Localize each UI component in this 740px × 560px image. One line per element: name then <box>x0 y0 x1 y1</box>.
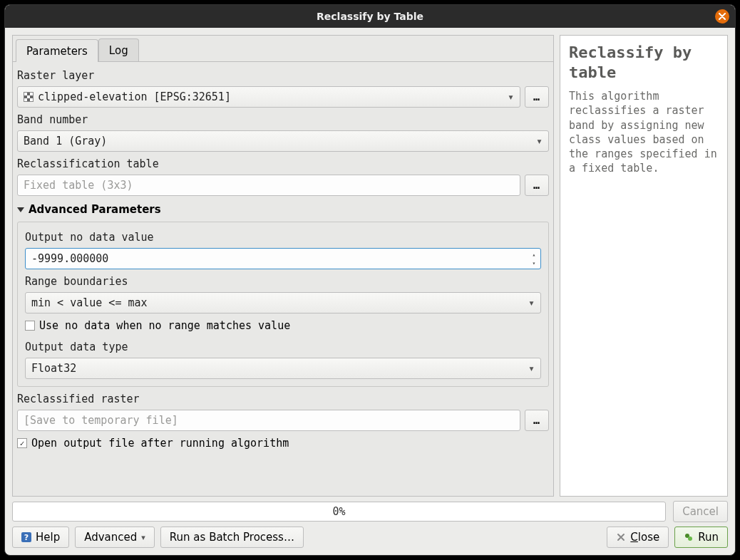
triangle-down-icon <box>17 207 24 212</box>
run-icon <box>684 532 694 542</box>
use-nodata-checkbox[interactable] <box>25 321 35 331</box>
raster-icon <box>24 92 34 102</box>
help-button[interactable]: ? Help <box>12 527 69 548</box>
out-dtype-combo[interactable]: Float32 ▾ <box>25 358 541 379</box>
raster-layer-value: clipped-elevation [EPSG:32651] <box>38 90 231 103</box>
tab-bar: Parameters Log <box>13 36 553 61</box>
reclass-table-edit-button[interactable]: … <box>525 175 549 196</box>
close-button[interactable]: Close <box>607 527 669 548</box>
titlebar: Reclassify by Table <box>5 5 735 28</box>
window-close-button[interactable] <box>715 9 729 24</box>
reclass-table-placeholder: Fixed table (3x3) <box>24 179 133 192</box>
parameters-panel: Parameters Log Raster layer clipped-elev… <box>12 35 554 497</box>
out-nodata-spinbox[interactable]: -9999.000000 ▴ ▾ <box>25 248 541 269</box>
help-icon: ? <box>21 532 31 542</box>
chevron-down-icon: ▾ <box>528 362 535 375</box>
progress-bar: 0% <box>12 502 666 522</box>
parameters-form: Raster layer clipped-elevation [EPSG:326… <box>13 61 553 496</box>
band-number-value: Band 1 (Gray) <box>24 135 107 147</box>
chevron-down-icon: ▾ <box>508 90 514 103</box>
label-reclassified: Reclassified raster <box>17 390 549 407</box>
help-title: Reclassify by table <box>569 43 719 82</box>
dialog-body: Parameters Log Raster layer clipped-elev… <box>5 28 735 555</box>
chevron-down-icon: ▾ <box>536 135 543 147</box>
label-reclass-table: Reclassification table <box>17 155 549 172</box>
button-row: ? Help Advanced ▾ Run as Batch Process… … <box>12 527 728 548</box>
reclassified-browse-button[interactable]: … <box>525 410 549 431</box>
reclassified-output-field[interactable]: [Save to temporary file] <box>17 410 520 431</box>
open-after-label: Open output file after running algorithm <box>31 437 289 450</box>
advanced-title: Advanced Parameters <box>29 203 161 216</box>
upper-row: Parameters Log Raster layer clipped-elev… <box>12 35 728 497</box>
label-out-nodata: Output no data value <box>25 228 541 245</box>
reclass-table-field[interactable]: Fixed table (3x3) <box>17 175 520 196</box>
spin-up-button[interactable]: ▴ <box>529 250 539 259</box>
label-range-boundaries: Range boundaries <box>25 272 541 289</box>
dialog-window: Reclassify by Table Parameters Log Raste… <box>4 4 736 556</box>
tab-log[interactable]: Log <box>98 38 139 61</box>
tab-parameters[interactable]: Parameters <box>16 39 98 62</box>
range-boundaries-value: min < value <= max <box>31 296 148 309</box>
spin-down-button[interactable]: ▾ <box>529 259 539 267</box>
use-nodata-row: Use no data when no range matches value <box>25 316 541 335</box>
raster-layer-combo[interactable]: clipped-elevation [EPSG:32651] ▾ <box>17 86 520 108</box>
label-band-number: Band number <box>17 110 549 128</box>
out-nodata-value: -9999.000000 <box>31 252 108 265</box>
cancel-button: Cancel <box>673 501 728 522</box>
advanced-group: Output no data value -9999.000000 ▴ ▾ Ra… <box>17 222 549 387</box>
help-panel: Reclassify by table This algorithm recla… <box>560 35 728 497</box>
open-after-checkbox[interactable]: ✓ <box>17 438 27 448</box>
chevron-down-icon: ▾ <box>528 296 535 309</box>
close-label: Close <box>630 531 659 544</box>
advanced-disclosure[interactable]: Advanced Parameters <box>17 199 549 219</box>
label-raster-layer: Raster layer <box>17 66 549 83</box>
label-out-dtype: Output data type <box>25 338 541 355</box>
progress-row: 0% Cancel <box>12 501 728 522</box>
help-body: This algorithm reclassifies a raster ban… <box>569 89 719 176</box>
window-title: Reclassify by Table <box>317 11 423 22</box>
close-icon <box>616 532 626 542</box>
band-number-combo[interactable]: Band 1 (Gray) ▾ <box>17 130 549 152</box>
raster-layer-browse-button[interactable]: … <box>525 86 549 108</box>
use-nodata-label: Use no data when no range matches value <box>39 319 290 332</box>
advanced-button[interactable]: Advanced ▾ <box>75 527 155 548</box>
spin-stepper: ▴ ▾ <box>529 250 539 267</box>
out-dtype-value: Float32 <box>31 362 76 375</box>
run-batch-button[interactable]: Run as Batch Process… <box>160 527 304 548</box>
progress-text: 0% <box>333 505 346 518</box>
reclassified-placeholder: [Save to temporary file] <box>24 414 178 427</box>
svg-point-1 <box>688 536 692 541</box>
open-after-row: ✓ Open output file after running algorit… <box>17 434 549 452</box>
run-button[interactable]: Run <box>674 527 728 548</box>
chevron-down-icon: ▾ <box>141 533 145 542</box>
range-boundaries-combo[interactable]: min < value <= max ▾ <box>25 292 541 313</box>
